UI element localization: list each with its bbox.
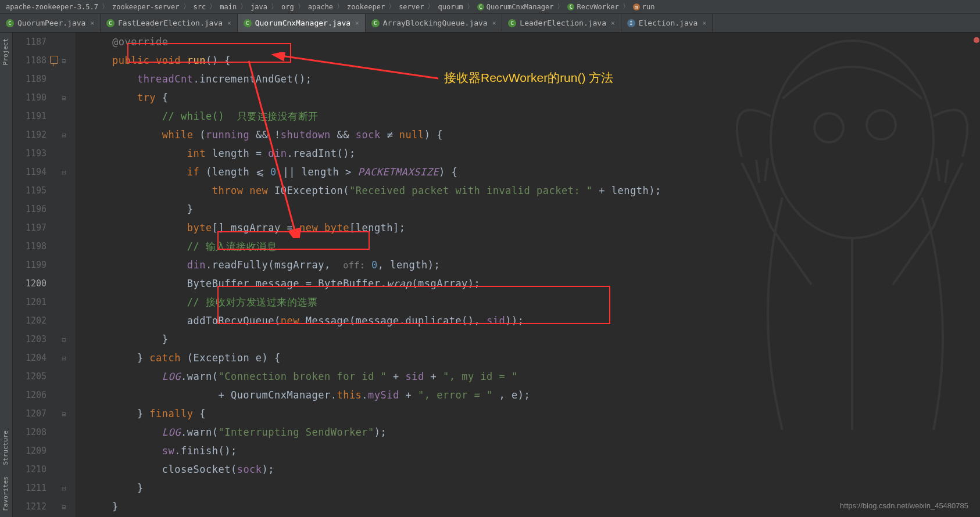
editor-tab[interactable]: CLeaderElection.java✕ bbox=[502, 14, 621, 32]
line-number: 1189 bbox=[13, 70, 47, 88]
line-number: 1207 bbox=[13, 404, 47, 423]
line-number: 1209 bbox=[13, 441, 47, 460]
code-line[interactable]: int length = din.readInt(); bbox=[87, 144, 980, 163]
fold-toggle bbox=[52, 181, 76, 200]
code-line[interactable]: public void run() { bbox=[87, 51, 980, 70]
line-number: 1203 bbox=[13, 330, 47, 349]
fold-toggle[interactable] bbox=[52, 479, 76, 497]
editor-tab[interactable]: CQuorumCnxManager.java✕ bbox=[238, 14, 366, 32]
close-icon[interactable]: ✕ bbox=[227, 19, 231, 27]
breadcrumb-item[interactable]: apache-zookeeper-3.5.7 bbox=[3, 3, 101, 11]
line-number: 1194 bbox=[13, 163, 47, 181]
line-number: 1202 bbox=[13, 311, 47, 330]
code-line[interactable]: threadCnt.incrementAndGet(); bbox=[87, 70, 980, 88]
editor[interactable]: 1187118811891190119111921193119411951196… bbox=[13, 33, 980, 517]
editor-tab[interactable]: IElection.java✕ bbox=[621, 14, 713, 32]
breadcrumb-item[interactable]: main bbox=[217, 3, 239, 11]
breadcrumb-item[interactable]: zookeeper-server bbox=[110, 3, 182, 11]
class-icon: C bbox=[477, 3, 484, 10]
error-stripe bbox=[973, 35, 980, 45]
code-line[interactable]: LOG.warn("Connection broken for id " + s… bbox=[87, 367, 980, 386]
fold-toggle[interactable] bbox=[52, 349, 76, 367]
breadcrumb-item[interactable]: apache bbox=[306, 3, 335, 11]
tab-label: QuorumCnxManager.java bbox=[255, 19, 350, 27]
fold-toggle bbox=[52, 107, 76, 125]
code-line[interactable]: // 输入流接收消息 bbox=[87, 237, 980, 256]
breadcrumb-item[interactable]: org bbox=[279, 3, 296, 11]
code-line[interactable]: din.readFully(msgArray, off: 0, length); bbox=[87, 256, 980, 274]
line-number: 1212 bbox=[13, 497, 47, 516]
line-number: 1205 bbox=[13, 367, 47, 386]
project-tool-button[interactable]: Project bbox=[0, 33, 11, 71]
structure-tool-button[interactable]: Structure bbox=[0, 425, 11, 471]
code-line[interactable]: } finally { bbox=[87, 404, 980, 423]
code-line[interactable]: // while() 只要连接没有断开 bbox=[87, 107, 980, 125]
code-line[interactable]: @override bbox=[87, 33, 980, 51]
close-icon[interactable]: ✕ bbox=[611, 19, 615, 27]
line-number: 1193 bbox=[13, 144, 47, 163]
line-number: 1198 bbox=[13, 237, 47, 256]
code-line[interactable]: sw.finish(); bbox=[87, 441, 980, 460]
fold-toggle bbox=[52, 367, 76, 386]
fold-toggle bbox=[52, 293, 76, 311]
code-line[interactable]: } bbox=[87, 497, 980, 516]
editor-tab[interactable]: CQuorumPeer.java✕ bbox=[0, 14, 101, 32]
breadcrumb-item[interactable]: mrun bbox=[631, 3, 657, 11]
code-line[interactable]: // 接收对方发送过来的选票 bbox=[87, 293, 980, 311]
code-line[interactable]: try { bbox=[87, 88, 980, 107]
file-type-icon: C bbox=[508, 19, 516, 27]
breadcrumb-item[interactable]: zookeeper bbox=[345, 3, 387, 11]
code-line[interactable]: closeSocket(sock); bbox=[87, 460, 980, 479]
breadcrumb-item[interactable]: CRecvWorker bbox=[565, 3, 621, 11]
close-icon[interactable]: ✕ bbox=[90, 19, 94, 27]
fold-toggle bbox=[52, 311, 76, 330]
close-icon[interactable]: ✕ bbox=[492, 19, 496, 27]
fold-toggle[interactable] bbox=[52, 125, 76, 144]
fold-toggle[interactable] bbox=[52, 88, 76, 107]
code-line[interactable]: } bbox=[87, 479, 980, 497]
code-line[interactable]: LOG.warn("Interrupting SendWorker"); bbox=[87, 423, 980, 441]
code-line[interactable]: } bbox=[87, 330, 980, 349]
fold-gutter[interactable] bbox=[52, 33, 76, 517]
class-icon: C bbox=[567, 3, 574, 10]
code-line[interactable]: addToRecvQueue(new Message(message.dupli… bbox=[87, 311, 980, 330]
breadcrumb-item[interactable]: java bbox=[248, 3, 270, 11]
favorites-tool-button[interactable]: Favorites bbox=[0, 471, 11, 517]
code-line[interactable]: if (length ⩽ 0 || length > PACKETMAXSIZE… bbox=[87, 163, 980, 181]
editor-tab[interactable]: CArrayBlockingQueue.java✕ bbox=[366, 14, 503, 32]
fold-toggle[interactable] bbox=[52, 497, 76, 516]
breadcrumb-item[interactable]: src bbox=[191, 3, 209, 11]
editor-tabs: CQuorumPeer.java✕CFastLeaderElection.jav… bbox=[0, 14, 980, 33]
fold-toggle[interactable] bbox=[52, 163, 76, 181]
error-indicator-icon[interactable] bbox=[974, 37, 979, 43]
fold-toggle[interactable] bbox=[52, 330, 76, 349]
line-number: 1197 bbox=[13, 218, 47, 237]
tool-window-strip: Project Structure Favorites bbox=[0, 33, 13, 517]
fold-toggle bbox=[52, 460, 76, 479]
breadcrumb-item[interactable]: CQuorumCnxManager bbox=[475, 3, 556, 11]
line-number: 1196 bbox=[13, 200, 47, 218]
code-line[interactable]: } bbox=[87, 200, 980, 218]
line-number: 1188 bbox=[13, 51, 47, 70]
file-type-icon: I bbox=[627, 19, 635, 27]
code-line[interactable]: byte[] msgArray = new byte[length]; bbox=[87, 218, 980, 237]
code-line[interactable]: while (running && !shutdown && sock ≠ nu… bbox=[87, 125, 980, 144]
tab-label: LeaderElection.java bbox=[520, 19, 606, 27]
tab-label: ArrayBlockingQueue.java bbox=[383, 19, 488, 27]
close-icon[interactable]: ✕ bbox=[702, 19, 706, 27]
fold-toggle bbox=[52, 441, 76, 460]
code-line[interactable]: } catch (Exception e) { bbox=[87, 349, 980, 367]
code-line[interactable]: ByteBuffer message = ByteBuffer.wrap(msg… bbox=[87, 274, 980, 293]
fold-toggle bbox=[52, 386, 76, 404]
editor-tab[interactable]: CFastLeaderElection.java✕ bbox=[101, 14, 238, 32]
breadcrumb-item[interactable]: quorum bbox=[435, 3, 465, 11]
fold-toggle[interactable] bbox=[52, 404, 76, 423]
override-gutter-icon[interactable] bbox=[50, 56, 58, 64]
code-area[interactable]: @override public void run() { threadCnt.… bbox=[76, 33, 980, 517]
code-line[interactable]: throw new IOException("Received packet w… bbox=[87, 181, 980, 200]
close-icon[interactable]: ✕ bbox=[355, 19, 359, 27]
breadcrumb-item[interactable]: server bbox=[396, 3, 426, 11]
fold-toggle bbox=[52, 256, 76, 274]
line-number: 1199 bbox=[13, 256, 47, 274]
code-line[interactable]: + QuorumCnxManager.this.mySid + ", error… bbox=[87, 386, 980, 404]
